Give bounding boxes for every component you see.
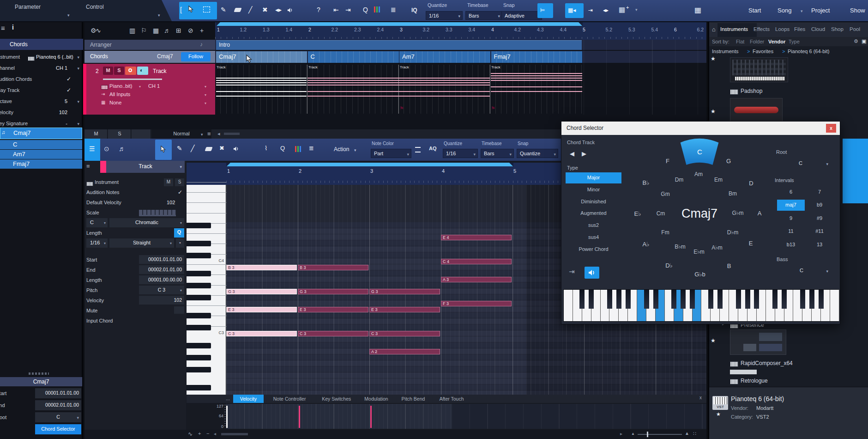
zoom-large-icon[interactable]: ▲ bbox=[685, 431, 689, 436]
video-track-button[interactable]: ▦ bbox=[694, 6, 701, 14]
midi-note[interactable]: E 3 bbox=[226, 307, 297, 312]
zoom-slider[interactable] bbox=[638, 434, 682, 435]
piano-black-key[interactable] bbox=[644, 290, 649, 309]
loop-range-bar[interactable] bbox=[216, 22, 583, 26]
interval-option[interactable]: b9 bbox=[806, 200, 833, 211]
inst-solo-button[interactable]: S bbox=[175, 178, 184, 186]
inspector-value-box[interactable]: 102 bbox=[139, 296, 184, 305]
track-input-row[interactable]: ⇥All Inputs▾ bbox=[101, 91, 212, 99]
black-key[interactable] bbox=[187, 253, 211, 258]
list-icon[interactable]: ≡ bbox=[207, 130, 211, 137]
loop-end-flag[interactable] bbox=[579, 22, 583, 26]
midi-note[interactable]: A 3 bbox=[441, 277, 512, 282]
midi-note[interactable]: G 3 bbox=[369, 289, 440, 294]
black-key[interactable] bbox=[187, 343, 211, 348]
paint-tool-icon[interactable]: ✎ bbox=[177, 145, 182, 152]
track-output-row[interactable]: ▦None▾ bbox=[101, 99, 212, 107]
piano-black-key[interactable] bbox=[708, 290, 713, 309]
inspector-track-select[interactable]: Track▾ bbox=[106, 161, 185, 173]
timebase-select[interactable]: Bars ▾ bbox=[465, 11, 502, 20]
breadcrumb-item[interactable]: Instruments bbox=[712, 49, 738, 54]
lane-tab[interactable]: Note Controller bbox=[265, 395, 315, 403]
action-menu[interactable]: Action bbox=[334, 146, 349, 152]
chord-panel-value[interactable]: 00001.01.01.00 bbox=[35, 388, 81, 398]
editor-keyboard[interactable]: C4C3C2 bbox=[187, 185, 226, 408]
routing-icon[interactable]: ⊞ bbox=[176, 27, 181, 34]
chord-panel-value[interactable]: C▾ bbox=[35, 412, 81, 422]
arrow-tool-button[interactable] bbox=[155, 140, 172, 160]
black-key[interactable] bbox=[187, 325, 211, 330]
bend-right-icon[interactable]: ⇥ bbox=[345, 6, 351, 13]
chevron-down-icon[interactable]: ▾ bbox=[77, 122, 79, 126]
zoom-in-icon[interactable]: + bbox=[198, 431, 201, 436]
snap-select[interactable]: Quantize▾ bbox=[517, 149, 558, 158]
breadcrumb-item[interactable]: Pianoteq 6 (64-bit) bbox=[788, 49, 830, 54]
help-icon[interactable]: ? bbox=[317, 6, 320, 13]
midi-part[interactable]: TrackTrackTrackTrack⚑⚑ bbox=[215, 65, 584, 114]
circle-chord-major[interactable]: E♭ bbox=[634, 210, 641, 217]
instrument-thumbnail[interactable] bbox=[730, 98, 783, 122]
interval-option[interactable]: b13 bbox=[777, 239, 805, 250]
param-value[interactable]: - bbox=[0, 121, 67, 126]
black-key[interactable] bbox=[187, 223, 211, 228]
circle-chord-minor[interactable]: A♭m bbox=[711, 244, 723, 251]
interval-option[interactable]: 6 bbox=[777, 187, 805, 198]
inspector-dropdown[interactable]: 1/16▾ bbox=[86, 238, 108, 248]
quantize-select[interactable]: 1/16▾ bbox=[443, 149, 478, 158]
inspector-value-box[interactable]: 00001.01.01.00 bbox=[139, 255, 184, 264]
black-key[interactable] bbox=[187, 313, 211, 318]
part-range-bar[interactable] bbox=[226, 163, 513, 166]
inspector-dropdown[interactable]: Straight▾ bbox=[109, 238, 174, 248]
velocity-lane[interactable]: 127640 bbox=[187, 403, 706, 430]
black-key[interactable] bbox=[187, 271, 211, 276]
control-menu-arrow[interactable]: ▾ bbox=[158, 13, 160, 18]
macros-icon[interactable]: ≣ bbox=[391, 6, 396, 13]
meter-icon[interactable]: ▥ bbox=[129, 27, 135, 34]
return-to-start-button[interactable]: ⇥ bbox=[585, 3, 599, 18]
piano-black-key[interactable] bbox=[681, 290, 686, 309]
favorite-star-icon[interactable]: ★ bbox=[711, 55, 716, 62]
chord-block[interactable]: Cmaj7 bbox=[216, 51, 307, 63]
interval-option[interactable]: maj7 bbox=[777, 200, 805, 211]
midi-note[interactable]: C 3 bbox=[226, 331, 297, 336]
zoom-slider-thumb[interactable] bbox=[647, 432, 648, 437]
piano-black-key[interactable] bbox=[782, 290, 787, 309]
zoom-out-icon[interactable]: − bbox=[206, 431, 209, 436]
timebase-select[interactable]: Bars▾ bbox=[481, 149, 514, 158]
lane-tab[interactable]: After Touch bbox=[432, 395, 471, 403]
sort-option-folder[interactable]: Folder bbox=[750, 39, 764, 44]
add-track-icon[interactable]: + bbox=[200, 27, 204, 34]
info-icon[interactable]: i bbox=[12, 24, 14, 31]
velocity-bar[interactable] bbox=[226, 406, 228, 428]
interval-option[interactable]: 9 bbox=[777, 213, 805, 224]
menu-project[interactable]: Project bbox=[811, 7, 830, 14]
chevron-down-icon[interactable]: ▾ bbox=[77, 66, 79, 71]
midi-note[interactable]: E 4 bbox=[441, 235, 512, 240]
black-key[interactable] bbox=[187, 241, 211, 246]
follow-button[interactable]: Follow bbox=[181, 52, 211, 61]
check-icon[interactable]: ✓ bbox=[178, 189, 182, 195]
circle-root-selected[interactable]: C bbox=[697, 148, 702, 156]
midi-note[interactable]: G 3 bbox=[298, 289, 368, 294]
browser-tab-files[interactable]: Files bbox=[794, 26, 805, 32]
midi-note[interactable]: E 3 bbox=[298, 307, 368, 312]
swing-button[interactable]: • bbox=[176, 238, 184, 248]
track-monitor-button[interactable]: ◐ bbox=[137, 67, 148, 75]
piano-black-key[interactable] bbox=[671, 290, 676, 309]
piano-black-key[interactable] bbox=[690, 290, 695, 309]
track-scroll-button[interactable]: ▦◂ bbox=[565, 3, 584, 18]
quantize-q-icon[interactable]: Q bbox=[363, 6, 368, 13]
chevron-down-icon[interactable]: ▾ bbox=[77, 99, 79, 104]
piano-white-key[interactable] bbox=[564, 290, 573, 321]
track-record-button[interactable] bbox=[125, 67, 136, 75]
note-color-select[interactable]: Part▾ bbox=[371, 149, 411, 158]
circle-chord-minor[interactable]: B♭m bbox=[675, 244, 686, 250]
arrange-ruler[interactable]: 11.21.31.422.22.32.433.23.33.444.24.34.4… bbox=[215, 22, 706, 40]
piano-black-key[interactable] bbox=[772, 290, 778, 309]
line-tool-icon[interactable]: ╱ bbox=[191, 145, 194, 152]
chevron-down-icon[interactable]: ▾ bbox=[201, 132, 203, 137]
piano-black-key[interactable] bbox=[579, 290, 585, 309]
paint-tool-icon[interactable]: ✎ bbox=[221, 6, 226, 13]
midi-note[interactable]: F 3 bbox=[441, 301, 512, 306]
param-value[interactable]: 5 bbox=[0, 98, 67, 104]
